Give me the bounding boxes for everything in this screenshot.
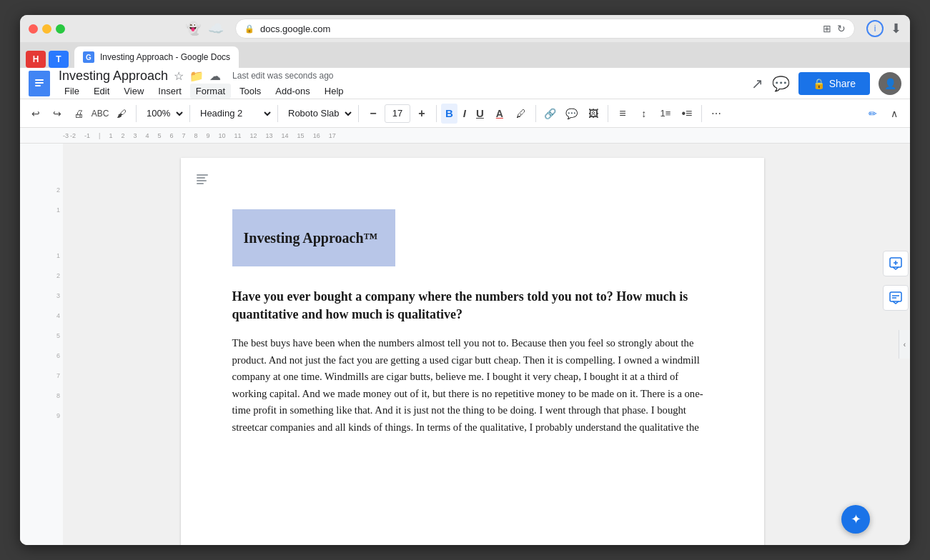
undo-button[interactable]: ↩ (26, 104, 46, 124)
ghost-icon[interactable]: 👻 (185, 21, 201, 36)
vertical-ruler: 2 1 1 2 3 4 5 6 7 8 9 (20, 144, 63, 545)
app-bar: Investing Approach ☆ 📁 ☁ Last edit was s… (20, 68, 910, 99)
minimize-button[interactable] (42, 24, 51, 34)
menu-help[interactable]: Help (319, 84, 350, 99)
divider-6 (535, 105, 536, 122)
divider-4 (358, 105, 359, 122)
collapse-sidebar-button[interactable]: ‹ (899, 330, 910, 359)
activity-icon[interactable]: ↗ (751, 75, 763, 92)
collapse-toolbar-button[interactable]: ∧ (884, 104, 904, 124)
active-tab[interactable]: G Investing Approach - Google Docs (74, 46, 239, 68)
bullet-list-button[interactable]: •≡ (677, 104, 697, 124)
star-icon[interactable]: ☆ (174, 69, 184, 83)
svg-rect-3 (35, 85, 41, 86)
divider-1 (136, 105, 137, 122)
t-extension-icon[interactable]: T (49, 51, 69, 68)
edit-mode-button[interactable]: ✏ (863, 104, 883, 124)
svg-rect-11 (890, 292, 901, 301)
print-button[interactable]: 🖨 (69, 104, 89, 124)
docs-app-icon (29, 71, 50, 96)
h-extension-icon[interactable]: H (26, 51, 46, 68)
numbered-list-button[interactable]: 1≡ (656, 104, 676, 124)
divider-8 (701, 105, 702, 122)
translate-icon[interactable]: ⊞ (823, 23, 831, 34)
doc-title-area: Investing Approach ☆ 📁 ☁ Last edit was s… (59, 69, 743, 99)
font-size-increase-button[interactable]: + (412, 104, 432, 124)
suggest-edit-sidebar-button[interactable] (883, 285, 909, 311)
outline-icon[interactable] (195, 172, 209, 189)
lock-icon: 🔒 (244, 24, 254, 34)
url-text: docs.google.com (260, 24, 817, 34)
divider-5 (436, 105, 437, 122)
divider-7 (608, 105, 608, 122)
cloud-save-icon[interactable]: ☁ (209, 69, 221, 83)
comment-button[interactable]: 💬 (562, 104, 582, 124)
menu-edit[interactable]: Edit (88, 84, 115, 99)
toolbar: ↩ ↪ 🖨 ABC 🖌 100% Heading 2 Roboto Slab −… (20, 99, 910, 128)
doc-page: Investing Approach™ Have you ever bought… (181, 158, 764, 545)
svg-rect-2 (35, 82, 44, 84)
share-button[interactable]: 🔒 Share (798, 72, 870, 95)
font-family-select[interactable]: Roboto Slab (282, 104, 354, 124)
link-button[interactable]: 🔗 (540, 104, 560, 124)
doc-heading[interactable]: Have you ever bought a company where the… (232, 288, 713, 324)
heading-style-select[interactable]: Heading 2 (194, 104, 273, 124)
paint-format-button[interactable]: 🖌 (112, 104, 132, 124)
image-button[interactable]: 🖼 (583, 104, 603, 124)
download-icon[interactable]: ⬇ (891, 21, 901, 36)
close-button[interactable] (29, 24, 38, 34)
svg-rect-1 (35, 79, 44, 81)
doc-main-title: Investing Approach™ (244, 230, 378, 246)
underline-button[interactable]: U (472, 104, 488, 124)
bold-button[interactable]: B (441, 104, 457, 124)
folder-icon[interactable]: 📁 (189, 69, 204, 83)
traffic-lights (29, 24, 65, 34)
horizontal-ruler: -3 -2 -1 | 1 2 3 4 5 6 7 8 9 10 11 12 13… (20, 128, 910, 144)
tab-title: Investing Approach - Google Docs (100, 52, 230, 62)
doc-menu: File Edit View Insert Format Tools Add-o… (59, 84, 743, 99)
reload-icon[interactable]: ↻ (837, 23, 846, 34)
title-bar: 👻 ☁️ 🔒 docs.google.com ⊞ ↻ i ⬇ (20, 15, 910, 42)
last-edit-text: Last edit was seconds ago (232, 71, 333, 81)
tab-bar: H T G Investing Approach - Google Docs (20, 42, 910, 68)
font-color-button[interactable]: A (490, 104, 510, 124)
doc-header-image: Investing Approach™ (232, 209, 395, 266)
comments-icon[interactable]: 💬 (772, 75, 790, 92)
alignment-button[interactable]: ≡ (613, 104, 633, 124)
font-size-decrease-button[interactable]: − (363, 104, 383, 124)
redo-button[interactable]: ↪ (47, 104, 67, 124)
line-spacing-button[interactable]: ↕ (634, 104, 654, 124)
user-avatar[interactable]: 👤 (879, 72, 901, 95)
doc-title[interactable]: Investing Approach (59, 69, 168, 84)
menu-view[interactable]: View (118, 84, 149, 99)
ai-assist-button[interactable]: ✦ (841, 505, 870, 534)
svg-rect-7 (197, 183, 204, 184)
svg-rect-4 (197, 174, 208, 176)
svg-rect-5 (197, 177, 205, 179)
tab-favicon: G (83, 51, 94, 63)
divider-3 (277, 105, 278, 122)
menu-insert[interactable]: Insert (152, 84, 187, 99)
font-size-input[interactable] (385, 104, 410, 123)
doc-body-text[interactable]: The best buys have been when the numbers… (232, 335, 713, 436)
zoom-select[interactable]: 100% (141, 104, 185, 124)
svg-rect-6 (197, 180, 207, 181)
lock-share-icon: 🔒 (813, 78, 825, 89)
cloud-icon[interactable]: ☁️ (208, 21, 224, 36)
doc-scroll-area[interactable]: Investing Approach™ Have you ever bought… (63, 144, 881, 545)
italic-button[interactable]: I (459, 104, 470, 124)
menu-addons[interactable]: Add-ons (269, 84, 315, 99)
font-size-control: − + (363, 104, 432, 124)
app-bar-right: ↗ 💬 🔒 Share 👤 (751, 72, 901, 95)
fullscreen-button[interactable] (56, 24, 65, 34)
menu-tools[interactable]: Tools (234, 84, 267, 99)
more-options-button[interactable]: ⋯ (706, 104, 726, 124)
spell-check-button[interactable]: ABC (90, 104, 110, 124)
menu-file[interactable]: File (59, 84, 85, 99)
profile-icon[interactable]: i (866, 20, 884, 37)
add-comment-sidebar-button[interactable] (883, 251, 909, 276)
highlight-button[interactable]: 🖊 (511, 104, 531, 124)
url-bar[interactable]: 🔒 docs.google.com ⊞ ↻ (235, 19, 855, 39)
menu-format[interactable]: Format (190, 84, 231, 99)
doc-area: 2 1 1 2 3 4 5 6 7 8 9 (20, 144, 910, 545)
